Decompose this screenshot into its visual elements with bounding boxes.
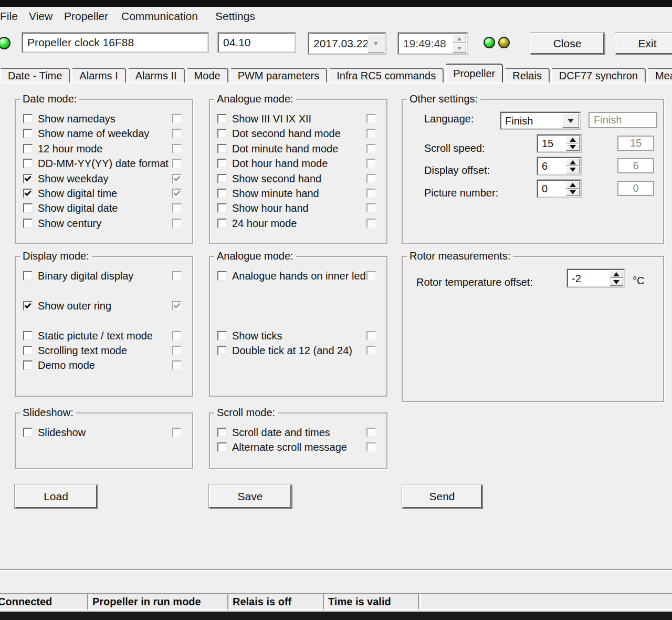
rotor-temperature-offset-spinner[interactable]: -2: [567, 269, 625, 287]
time-value: 19:49:48: [403, 37, 446, 50]
save-button[interactable]: Save: [209, 484, 291, 508]
exit-button[interactable]: Exit: [615, 33, 672, 54]
language-dropdown-button[interactable]: [562, 113, 579, 128]
checkbox-24-hour-mode[interactable]: [217, 219, 227, 228]
checkbox-label-binary-digital-display: Binary digital display: [38, 270, 133, 282]
spin-up-button[interactable]: [566, 159, 580, 166]
tab-alarms-ii[interactable]: Alarms II: [128, 68, 185, 82]
group-title-scroll-mode: Scroll mode:: [214, 407, 278, 419]
checkbox-binary-digital-display[interactable]: [23, 271, 33, 281]
checkbox-label-demo-mode: Demo mode: [38, 359, 95, 371]
checkbox-double-tick-at-12-and-24[interactable]: [217, 346, 227, 355]
time-spin-up-button[interactable]: [453, 34, 466, 43]
checkbox-row-show-second-hand: Show second hand: [210, 174, 386, 184]
scroll-speed-spinner[interactable]: 15: [537, 135, 581, 152]
checkbox-show-ticks[interactable]: [217, 331, 227, 340]
checkbox-mirror-dot-hour-hand-mode: [366, 159, 376, 168]
checkbox-show-hour-hand[interactable]: [217, 203, 227, 213]
group-other-settings: Other settings: Language: Finish Finish …: [402, 99, 664, 244]
load-button[interactable]: Load: [15, 484, 97, 508]
menu-item-communication[interactable]: Communication: [121, 10, 198, 23]
checkbox-show-second-hand[interactable]: [217, 174, 227, 183]
checkbox-row-12-hour-mode: 12 hour mode: [16, 144, 192, 154]
checkbox-mirror-analogue-hands-on-inner-leds: [366, 271, 376, 281]
device-name-input[interactable]: Propeller clock 16F88: [22, 33, 208, 53]
checkbox-show-century[interactable]: [23, 219, 33, 228]
checkbox-label-show-minute-hand: Show minute hand: [232, 188, 319, 200]
checkbox-analogue-hands-on-inner-leds[interactable]: [217, 271, 227, 281]
checkbox-dd-mm-yy-yy-date-format[interactable]: [23, 159, 33, 168]
checkbox-show-namedays[interactable]: [23, 114, 33, 123]
checkbox-row-scrolling-text-mode: Scrolling text mode: [16, 346, 192, 356]
checkbox-mirror-show-century: [172, 219, 182, 228]
status-panel-propeller-in-run-mode: Propeller in run mode: [87, 593, 231, 610]
tab-mode[interactable]: Mode: [186, 68, 228, 82]
tab-date-time[interactable]: Date - Time: [0, 68, 70, 82]
date-select[interactable]: 2017.03.22: [308, 33, 386, 54]
language-select[interactable]: Finish: [500, 112, 581, 129]
arrow-up-icon: [457, 37, 461, 40]
firmware-version-input[interactable]: 04.10: [218, 33, 296, 53]
checkbox-dot-second-hand-mode[interactable]: [217, 129, 227, 138]
checkbox-scrolling-text-mode[interactable]: [23, 346, 33, 355]
spin-down-button[interactable]: [566, 144, 580, 151]
tab-alarms-i[interactable]: Alarms I: [71, 68, 125, 82]
picture-number-label: Picture number:: [424, 187, 498, 199]
checkbox-row-double-tick-at-12-and-24: Double tick at 12 (and 24): [210, 346, 386, 356]
checkbox-dot-minute-hand-mode[interactable]: [217, 144, 227, 153]
checkbox-show-name-of-weekday[interactable]: [23, 129, 33, 138]
spin-up-button[interactable]: [566, 181, 580, 189]
checkbox-show-digital-date[interactable]: [23, 203, 33, 213]
spin-up-button[interactable]: [610, 271, 623, 278]
checkbox-show-iii-vi-ix-xii[interactable]: [217, 114, 227, 123]
checkbox-dot-hour-hand-mode[interactable]: [217, 159, 227, 168]
menu-item-file[interactable]: File: [0, 10, 18, 23]
arrow-down-icon: [613, 280, 620, 284]
checkbox-show-minute-hand[interactable]: [217, 189, 227, 198]
spin-down-button[interactable]: [566, 167, 580, 174]
checkbox-row-show-outer-ring: Show outer ring: [16, 301, 192, 312]
display-offset-mirror-field: 6: [617, 158, 654, 173]
close-button[interactable]: Close: [530, 33, 604, 54]
send-button[interactable]: Send: [402, 484, 482, 508]
checkbox-show-digital-time[interactable]: [23, 189, 33, 198]
checkbox-mirror-show-digital-time: [172, 189, 182, 198]
tab-dcf77-synchron[interactable]: DCF77 synchron: [551, 68, 646, 82]
checkbox-row-show-name-of-weekday: Show name of weekday: [16, 129, 192, 139]
arrow-up-icon: [570, 160, 576, 164]
status-panel-empty: [418, 593, 672, 610]
checkbox-label-scrolling-text-mode: Scrolling text mode: [38, 345, 127, 357]
menu-item-view[interactable]: View: [29, 10, 52, 23]
checkbox-12-hour-mode[interactable]: [23, 144, 33, 153]
checkbox-row-dd-mm-yy-yy-date-format: DD-MM-YY(YY) date format: [16, 159, 192, 169]
menu-item-settings[interactable]: Settings: [215, 10, 255, 23]
tab-propeller[interactable]: Propeller: [445, 64, 503, 82]
checkbox-label-scroll-date-and-times: Scroll date and times: [232, 427, 330, 439]
checkbox-label-alternate-scroll-message: Alternate scroll message: [232, 441, 347, 453]
display-offset-spinner[interactable]: 6: [537, 157, 581, 175]
tab-measurements[interactable]: Measurements: [647, 68, 672, 82]
date-dropdown-button[interactable]: [368, 34, 384, 53]
checkbox-row-dot-hour-hand-mode: Dot hour hand mode: [210, 159, 386, 169]
checkbox-show-outer-ring[interactable]: [23, 301, 33, 311]
checkbox-scroll-date-and-times[interactable]: [217, 428, 227, 437]
checkbox-static-pictute-text-mode[interactable]: [23, 331, 33, 340]
spin-down-button[interactable]: [610, 278, 623, 286]
picture-number-spinner[interactable]: 0: [537, 180, 581, 198]
checkbox-show-weekday[interactable]: [23, 174, 33, 183]
checkbox-alternate-scroll-message[interactable]: [217, 442, 227, 452]
checkbox-label-show-hour-hand: Show hour hand: [232, 202, 309, 214]
spin-up-button[interactable]: [566, 136, 580, 143]
checkbox-slideshow[interactable]: [23, 428, 33, 437]
tab-infra-rc5-commands[interactable]: Infra RC5 commands: [329, 68, 444, 82]
time-spin-down-button[interactable]: [453, 44, 466, 53]
checkbox-mirror-24-hour-mode: [366, 219, 376, 228]
time-spinner[interactable]: 19:49:48: [398, 33, 468, 54]
tab-relais[interactable]: Relais: [505, 68, 550, 82]
tab-pwm-parameters[interactable]: PWM parameters: [230, 68, 328, 82]
menu-item-propeller[interactable]: Propeller: [64, 10, 108, 23]
spin-down-button[interactable]: [566, 189, 580, 197]
checkbox-demo-mode[interactable]: [23, 360, 33, 370]
group-analogue-mode: Analogue mode: Show III VI IX XIIDot sec…: [209, 99, 387, 244]
checkbox-mirror-binary-digital-display: [172, 271, 182, 281]
